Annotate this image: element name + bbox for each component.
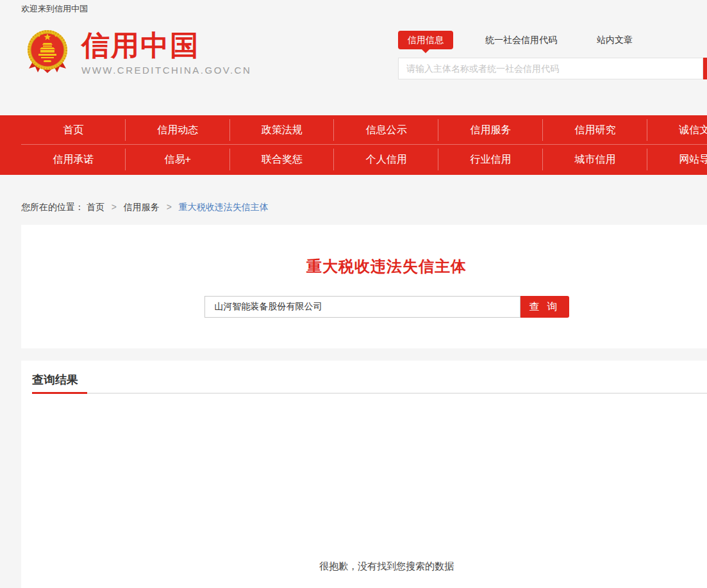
china-national-emblem-icon	[26, 29, 69, 76]
breadcrumb: 您所在的位置： 首页 > 信用服务 > 重大税收违法失信主体	[0, 175, 707, 213]
breadcrumb-home[interactable]: 首页	[87, 202, 104, 212]
tab-site-articles[interactable]: 站内文章	[597, 35, 633, 46]
nav-item-personal-credit[interactable]: 个人信用	[334, 145, 438, 174]
breadcrumb-separator: >	[167, 202, 172, 212]
company-search-input[interactable]	[204, 296, 520, 318]
page: 欢迎来到信用中国	[0, 0, 707, 588]
company-search-bar: 查 询	[204, 296, 569, 318]
site-logo[interactable]: 信用中国 WWW.CREDITCHINA.GOV.CN	[26, 29, 251, 76]
nav-item-policy-regulations[interactable]: 政策法规	[230, 115, 335, 145]
main-navigation: 首页 信用动态 政策法规 信息公示 信用服务 信用研究 诚信文化 信用承诺 信易…	[0, 115, 707, 175]
page-title: 重大税收违法失信主体	[21, 225, 707, 276]
results-header: 查询结果	[32, 372, 707, 394]
nav-item-home[interactable]: 首页	[21, 115, 126, 145]
nav-item-joint-reward-punishment[interactable]: 联合奖惩	[230, 145, 335, 174]
nav-item-credit-research[interactable]: 信用研究	[543, 115, 647, 145]
search-tabs: 信用信息 统一社会信用代码 站内文章	[398, 31, 707, 49]
query-card: 重大税收违法失信主体 查 询	[21, 225, 707, 348]
welcome-text: 欢迎来到信用中国	[21, 4, 88, 13]
header-search-area: 信用信息 统一社会信用代码 站内文章	[398, 31, 707, 79]
nav-item-credit-commitment[interactable]: 信用承诺	[21, 145, 126, 174]
breadcrumb-current-page[interactable]: 重大税收违法失信主体	[179, 202, 269, 212]
empty-results-message: 很抱歉，没有找到您搜索的数据	[32, 560, 707, 573]
breadcrumb-credit-service[interactable]: 信用服务	[124, 202, 160, 212]
breadcrumb-separator: >	[112, 202, 117, 212]
query-button[interactable]: 查 询	[520, 296, 569, 318]
header-search-button[interactable]	[703, 58, 707, 79]
brand-text: 信用中国 WWW.CREDITCHINA.GOV.CN	[81, 29, 251, 76]
header-search-bar	[398, 58, 707, 79]
nav-item-integrity-culture[interactable]: 诚信文化	[647, 115, 707, 145]
tab-credit-info[interactable]: 信用信息	[398, 31, 453, 49]
nav-item-xinyi-plus[interactable]: 信易+	[126, 145, 230, 174]
results-heading: 查询结果	[32, 372, 707, 388]
nav-row-1: 首页 信用动态 政策法规 信息公示 信用服务 信用研究 诚信文化	[21, 115, 707, 145]
breadcrumb-prefix: 您所在的位置：	[21, 202, 84, 212]
nav-item-info-disclosure[interactable]: 信息公示	[334, 115, 438, 145]
site-header: 信用中国 WWW.CREDITCHINA.GOV.CN 信用信息 统一社会信用代…	[0, 16, 707, 115]
brand-url: WWW.CREDITCHINA.GOV.CN	[81, 65, 251, 76]
results-card: 查询结果 很抱歉，没有找到您搜索的数据	[21, 361, 707, 588]
nav-item-city-credit[interactable]: 城市信用	[543, 145, 647, 174]
nav-item-site-navigation[interactable]: 网站导航	[647, 145, 707, 174]
brand-title: 信用中国	[81, 29, 251, 62]
nav-item-credit-service[interactable]: 信用服务	[438, 115, 543, 145]
tab-unified-social-credit-code[interactable]: 统一社会信用代码	[485, 35, 557, 46]
nav-row-2: 信用承诺 信易+ 联合奖惩 个人信用 行业信用 城市信用 网站导航	[21, 145, 707, 174]
header-search-input[interactable]	[398, 58, 703, 79]
nav-item-industry-credit[interactable]: 行业信用	[438, 145, 543, 174]
top-welcome-bar: 欢迎来到信用中国	[0, 0, 707, 16]
nav-item-credit-news[interactable]: 信用动态	[126, 115, 230, 145]
